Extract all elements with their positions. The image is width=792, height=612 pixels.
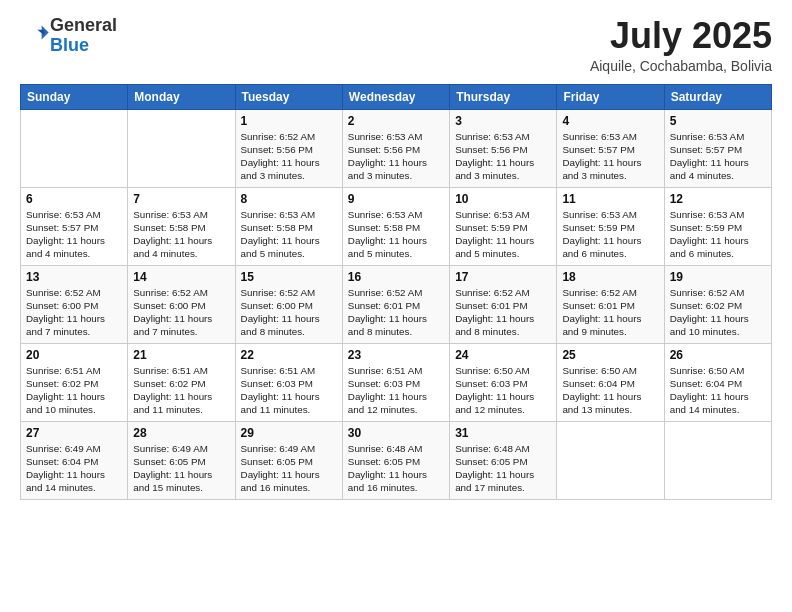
calendar-cell: 20Sunrise: 6:51 AMSunset: 6:02 PMDayligh… — [21, 343, 128, 421]
calendar-cell: 25Sunrise: 6:50 AMSunset: 6:04 PMDayligh… — [557, 343, 664, 421]
calendar-week-1: 1Sunrise: 6:52 AMSunset: 5:56 PMDaylight… — [21, 109, 772, 187]
weekday-header-sunday: Sunday — [21, 84, 128, 109]
weekday-header-tuesday: Tuesday — [235, 84, 342, 109]
day-number: 25 — [562, 348, 658, 362]
day-number: 27 — [26, 426, 122, 440]
weekday-row: SundayMondayTuesdayWednesdayThursdayFrid… — [21, 84, 772, 109]
day-info: Sunrise: 6:53 AMSunset: 5:58 PMDaylight:… — [241, 208, 337, 261]
calendar-week-2: 6Sunrise: 6:53 AMSunset: 5:57 PMDaylight… — [21, 187, 772, 265]
month-title: July 2025 — [590, 16, 772, 56]
day-number: 24 — [455, 348, 551, 362]
day-number: 4 — [562, 114, 658, 128]
day-info: Sunrise: 6:52 AMSunset: 6:00 PMDaylight:… — [26, 286, 122, 339]
calendar-cell: 21Sunrise: 6:51 AMSunset: 6:02 PMDayligh… — [128, 343, 235, 421]
calendar-cell: 3Sunrise: 6:53 AMSunset: 5:56 PMDaylight… — [450, 109, 557, 187]
location-subtitle: Aiquile, Cochabamba, Bolivia — [590, 58, 772, 74]
calendar-week-4: 20Sunrise: 6:51 AMSunset: 6:02 PMDayligh… — [21, 343, 772, 421]
day-info: Sunrise: 6:50 AMSunset: 6:03 PMDaylight:… — [455, 364, 551, 417]
day-number: 18 — [562, 270, 658, 284]
day-info: Sunrise: 6:53 AMSunset: 5:57 PMDaylight:… — [670, 130, 766, 183]
calendar-cell: 4Sunrise: 6:53 AMSunset: 5:57 PMDaylight… — [557, 109, 664, 187]
calendar-cell: 13Sunrise: 6:52 AMSunset: 6:00 PMDayligh… — [21, 265, 128, 343]
day-info: Sunrise: 6:53 AMSunset: 5:58 PMDaylight:… — [133, 208, 229, 261]
day-info: Sunrise: 6:52 AMSunset: 6:01 PMDaylight:… — [455, 286, 551, 339]
logo: General Blue — [20, 16, 117, 56]
weekday-header-friday: Friday — [557, 84, 664, 109]
logo-general: General — [50, 15, 117, 35]
day-info: Sunrise: 6:48 AMSunset: 6:05 PMDaylight:… — [348, 442, 444, 495]
day-info: Sunrise: 6:52 AMSunset: 6:01 PMDaylight:… — [348, 286, 444, 339]
calendar-cell — [21, 109, 128, 187]
calendar-cell: 26Sunrise: 6:50 AMSunset: 6:04 PMDayligh… — [664, 343, 771, 421]
day-info: Sunrise: 6:48 AMSunset: 6:05 PMDaylight:… — [455, 442, 551, 495]
calendar-cell: 30Sunrise: 6:48 AMSunset: 6:05 PMDayligh… — [342, 421, 449, 499]
day-number: 17 — [455, 270, 551, 284]
calendar-cell — [664, 421, 771, 499]
day-info: Sunrise: 6:53 AMSunset: 5:59 PMDaylight:… — [670, 208, 766, 261]
calendar-body: 1Sunrise: 6:52 AMSunset: 5:56 PMDaylight… — [21, 109, 772, 499]
day-number: 12 — [670, 192, 766, 206]
day-number: 1 — [241, 114, 337, 128]
calendar-cell: 27Sunrise: 6:49 AMSunset: 6:04 PMDayligh… — [21, 421, 128, 499]
calendar-cell: 17Sunrise: 6:52 AMSunset: 6:01 PMDayligh… — [450, 265, 557, 343]
day-number: 6 — [26, 192, 122, 206]
day-info: Sunrise: 6:51 AMSunset: 6:02 PMDaylight:… — [133, 364, 229, 417]
day-number: 3 — [455, 114, 551, 128]
day-number: 31 — [455, 426, 551, 440]
calendar-cell: 24Sunrise: 6:50 AMSunset: 6:03 PMDayligh… — [450, 343, 557, 421]
day-number: 19 — [670, 270, 766, 284]
calendar-cell — [128, 109, 235, 187]
day-info: Sunrise: 6:49 AMSunset: 6:04 PMDaylight:… — [26, 442, 122, 495]
svg-marker-1 — [37, 30, 44, 36]
calendar-cell: 8Sunrise: 6:53 AMSunset: 5:58 PMDaylight… — [235, 187, 342, 265]
day-number: 20 — [26, 348, 122, 362]
calendar-cell: 28Sunrise: 6:49 AMSunset: 6:05 PMDayligh… — [128, 421, 235, 499]
day-info: Sunrise: 6:53 AMSunset: 5:57 PMDaylight:… — [26, 208, 122, 261]
weekday-header-thursday: Thursday — [450, 84, 557, 109]
calendar-cell: 19Sunrise: 6:52 AMSunset: 6:02 PMDayligh… — [664, 265, 771, 343]
day-number: 10 — [455, 192, 551, 206]
calendar-cell: 12Sunrise: 6:53 AMSunset: 5:59 PMDayligh… — [664, 187, 771, 265]
calendar-week-3: 13Sunrise: 6:52 AMSunset: 6:00 PMDayligh… — [21, 265, 772, 343]
weekday-header-wednesday: Wednesday — [342, 84, 449, 109]
calendar-cell: 14Sunrise: 6:52 AMSunset: 6:00 PMDayligh… — [128, 265, 235, 343]
day-number: 14 — [133, 270, 229, 284]
day-info: Sunrise: 6:52 AMSunset: 6:01 PMDaylight:… — [562, 286, 658, 339]
calendar-cell: 22Sunrise: 6:51 AMSunset: 6:03 PMDayligh… — [235, 343, 342, 421]
day-number: 22 — [241, 348, 337, 362]
day-number: 26 — [670, 348, 766, 362]
calendar-cell: 15Sunrise: 6:52 AMSunset: 6:00 PMDayligh… — [235, 265, 342, 343]
weekday-header-monday: Monday — [128, 84, 235, 109]
day-info: Sunrise: 6:50 AMSunset: 6:04 PMDaylight:… — [670, 364, 766, 417]
calendar-cell: 11Sunrise: 6:53 AMSunset: 5:59 PMDayligh… — [557, 187, 664, 265]
day-info: Sunrise: 6:53 AMSunset: 5:58 PMDaylight:… — [348, 208, 444, 261]
day-info: Sunrise: 6:51 AMSunset: 6:03 PMDaylight:… — [348, 364, 444, 417]
logo-blue: Blue — [50, 35, 89, 55]
calendar-cell: 1Sunrise: 6:52 AMSunset: 5:56 PMDaylight… — [235, 109, 342, 187]
day-number: 23 — [348, 348, 444, 362]
day-number: 8 — [241, 192, 337, 206]
day-info: Sunrise: 6:52 AMSunset: 6:00 PMDaylight:… — [241, 286, 337, 339]
logo-icon — [22, 20, 50, 48]
day-number: 16 — [348, 270, 444, 284]
day-number: 2 — [348, 114, 444, 128]
calendar-cell: 31Sunrise: 6:48 AMSunset: 6:05 PMDayligh… — [450, 421, 557, 499]
header: General Blue July 2025 Aiquile, Cochabam… — [20, 16, 772, 74]
calendar-cell: 6Sunrise: 6:53 AMSunset: 5:57 PMDaylight… — [21, 187, 128, 265]
calendar-cell — [557, 421, 664, 499]
day-number: 28 — [133, 426, 229, 440]
day-number: 21 — [133, 348, 229, 362]
day-info: Sunrise: 6:53 AMSunset: 5:59 PMDaylight:… — [455, 208, 551, 261]
day-info: Sunrise: 6:53 AMSunset: 5:59 PMDaylight:… — [562, 208, 658, 261]
day-number: 9 — [348, 192, 444, 206]
day-info: Sunrise: 6:52 AMSunset: 6:02 PMDaylight:… — [670, 286, 766, 339]
calendar-week-5: 27Sunrise: 6:49 AMSunset: 6:04 PMDayligh… — [21, 421, 772, 499]
day-number: 15 — [241, 270, 337, 284]
day-info: Sunrise: 6:53 AMSunset: 5:56 PMDaylight:… — [348, 130, 444, 183]
day-number: 29 — [241, 426, 337, 440]
calendar-cell: 10Sunrise: 6:53 AMSunset: 5:59 PMDayligh… — [450, 187, 557, 265]
day-number: 30 — [348, 426, 444, 440]
day-info: Sunrise: 6:51 AMSunset: 6:02 PMDaylight:… — [26, 364, 122, 417]
day-number: 5 — [670, 114, 766, 128]
calendar-cell: 5Sunrise: 6:53 AMSunset: 5:57 PMDaylight… — [664, 109, 771, 187]
